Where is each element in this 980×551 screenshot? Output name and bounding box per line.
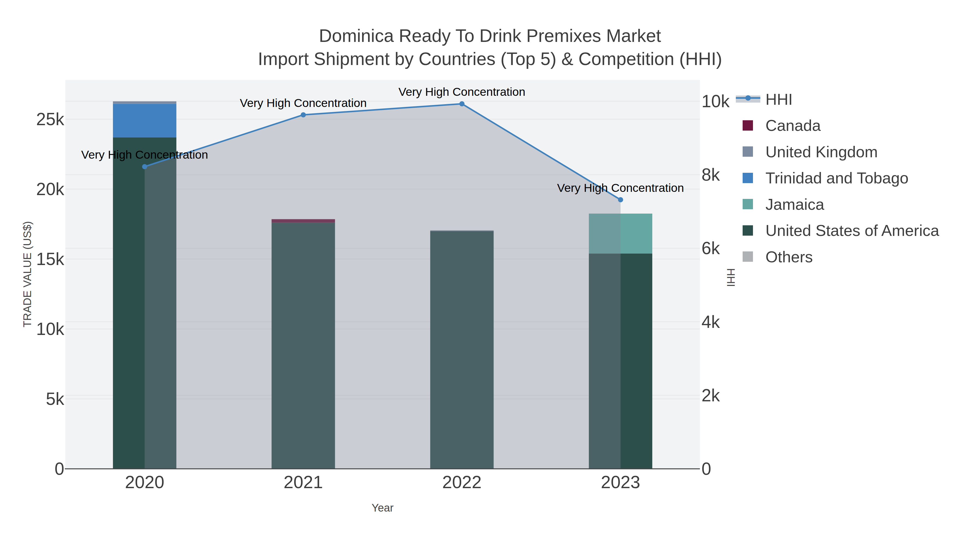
legend-item-hhi[interactable]: HHI bbox=[736, 86, 793, 112]
hhi-area-fill bbox=[145, 104, 620, 469]
y-right-tick-10k: 10k bbox=[702, 91, 730, 111]
y-left-tick-20k: 20k bbox=[36, 179, 65, 199]
y-right-tick-2k: 2k bbox=[702, 386, 720, 405]
bar-segment-united-kingdom-2020[interactable] bbox=[113, 101, 177, 104]
legend-item-canada[interactable]: Canada bbox=[736, 113, 821, 138]
hhi-marker-2023[interactable] bbox=[618, 197, 623, 202]
legend-swatch-icon bbox=[743, 251, 753, 262]
legend-item-jamaica[interactable]: Jamaica bbox=[736, 191, 824, 217]
hhi-marker-2021[interactable] bbox=[301, 112, 306, 117]
legend-swatch-icon bbox=[743, 225, 753, 236]
annotation-2023: Very High Concentration bbox=[557, 181, 684, 194]
y-left-tick-10k: 10k bbox=[36, 319, 65, 339]
y-left-tick-0: 0 bbox=[54, 459, 64, 479]
legend-label: Canada bbox=[765, 116, 821, 134]
y-left-tick-5k: 5k bbox=[46, 389, 65, 409]
legend-label: United States of America bbox=[765, 221, 939, 240]
legend: HHICanadaUnited KingdomTrinidad and Toba… bbox=[736, 0, 975, 551]
legend-label: Jamaica bbox=[765, 195, 824, 213]
hhi-marker-2022[interactable] bbox=[459, 101, 465, 106]
legend-item-united-kingdom[interactable]: United Kingdom bbox=[736, 138, 878, 165]
figure: Very High ConcentrationVery High Concent… bbox=[0, 0, 980, 551]
y-right-tick-4k: 4k bbox=[702, 312, 720, 332]
legend-label: Trinidad and Tobago bbox=[765, 169, 909, 187]
y-left-tick-15k: 15k bbox=[36, 249, 65, 269]
legend-item-trinidad-and-tobago[interactable]: Trinidad and Tobago bbox=[736, 165, 909, 191]
legend-swatch-icon bbox=[743, 199, 753, 209]
x-axis-title: Year bbox=[372, 502, 394, 514]
annotation-2021: Very High Concentration bbox=[240, 96, 367, 110]
legend-label: Others bbox=[765, 248, 813, 266]
legend-label: United Kingdom bbox=[765, 143, 878, 161]
x-tick-2022: 2022 bbox=[442, 472, 482, 492]
y-right-tick-0: 0 bbox=[702, 459, 711, 479]
y-right-tick-8k: 8k bbox=[702, 165, 720, 184]
legend-item-others[interactable]: Others bbox=[736, 243, 813, 270]
y-right-axis-title: HHI bbox=[725, 268, 737, 287]
hhi-legend-line-icon bbox=[736, 86, 760, 112]
annotation-2020: Very High Concentration bbox=[81, 148, 208, 161]
bar-segment-trinidad-and-tobago-2020[interactable] bbox=[113, 104, 177, 137]
annotation-2022: Very High Concentration bbox=[399, 85, 525, 98]
legend-item-united-states-of-america[interactable]: United States of America bbox=[736, 218, 939, 243]
x-tick-2020: 2020 bbox=[125, 472, 164, 492]
x-tick-2023: 2023 bbox=[601, 472, 640, 492]
legend-swatch-icon bbox=[743, 120, 753, 130]
hhi-marker-2020[interactable] bbox=[142, 164, 147, 169]
legend-swatch-icon bbox=[743, 173, 753, 183]
legend-swatch-icon bbox=[743, 146, 753, 157]
y-left-axis-title: TRADE VALUE (US$) bbox=[21, 221, 33, 327]
x-tick-2021: 2021 bbox=[284, 472, 323, 492]
y-left-tick-25k: 25k bbox=[36, 110, 65, 129]
legend-label: HHI bbox=[765, 90, 793, 108]
y-right-tick-6k: 6k bbox=[702, 238, 720, 258]
